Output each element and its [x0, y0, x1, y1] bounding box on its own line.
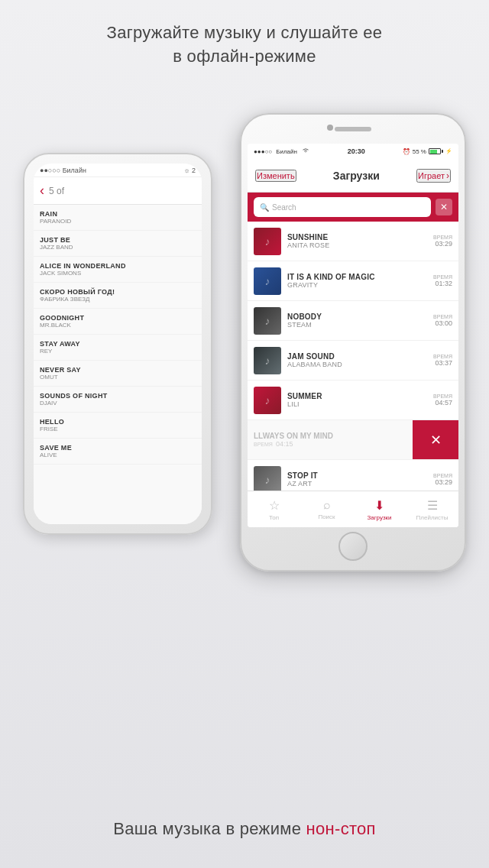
battery-pct: 55 %	[413, 148, 426, 155]
pb-carrier: ●●○○○ Билайн	[40, 167, 86, 174]
pb-list-item[interactable]: Alice in wonderlandJack Simons	[34, 257, 202, 283]
edit-button[interactable]: Изменить	[255, 170, 296, 182]
time-label: Время	[433, 314, 452, 319]
status-right: ⏰ 55 % ⚡	[403, 148, 452, 155]
song-info: Jam sound Alabama Band	[287, 352, 427, 368]
status-left: ●●●○○ Билайн	[254, 147, 310, 155]
tab-label: Плейлисты	[416, 514, 449, 521]
song-artist: Az art	[287, 480, 427, 487]
cancel-icon: ✕	[440, 202, 448, 212]
screen-title: Загрузки	[333, 170, 380, 182]
tab-поиск[interactable]: ⌕ Поиск	[300, 491, 353, 527]
song-title: Summer	[287, 392, 427, 400]
song-time: 01:32	[433, 280, 452, 287]
song-item[interactable]: ♪ Sunshine Anita Rose Время 03:29	[248, 222, 458, 261]
pb-list-item[interactable]: GoodnightMr.Black	[34, 309, 202, 335]
time-label: Время	[433, 235, 452, 240]
song-thumb: ♪	[254, 307, 281, 335]
song-artist: Alabama Band	[287, 361, 427, 368]
tab-загрузки[interactable]: ⬇ Загрузки	[353, 491, 406, 527]
song-list: ♪ Sunshine Anita Rose Время 03:29 ♪ It i…	[248, 222, 458, 506]
pb-list-item[interactable]: Never sayOmut	[34, 361, 202, 387]
song-info: Summer Lili	[287, 392, 427, 408]
song-artist: Steam	[287, 321, 427, 329]
tab-плейлисты[interactable]: ☰ Плейлисты	[406, 491, 458, 527]
swipe-time-label: Время	[254, 442, 273, 447]
pb-nav-title: 5 of	[49, 186, 64, 196]
footer-text: Ваша музыка в режиме нон-стоп	[0, 819, 489, 839]
pb-back-icon[interactable]: ‹	[40, 183, 44, 199]
pb-list-item[interactable]: HelloFrise	[34, 413, 202, 439]
song-artist: Anita Rose	[287, 241, 427, 249]
home-button[interactable]	[338, 532, 368, 561]
phone-back-screen: ●●○○○ Билайн ☼ 2 ‹ 5 of RainParanoidJust…	[34, 164, 202, 524]
song-artist: Lili	[287, 400, 427, 408]
header-line1: Загружайте музыку и слушайте ее	[0, 21, 489, 45]
pb-list-item[interactable]: Just beJazz Band	[34, 231, 202, 257]
swipe-delete-button[interactable]: ✕	[413, 420, 458, 459]
pb-navbar: ‹ 5 of	[34, 177, 202, 205]
footer-accent: нон-стоп	[306, 819, 376, 838]
footer-before: Ваша музыка в режиме	[113, 819, 306, 838]
tab-топ[interactable]: ☆ Топ	[248, 491, 300, 527]
song-duration: Время 03:37	[433, 354, 452, 367]
pb-list-item[interactable]: Sounds of nightDjaiv	[34, 387, 202, 413]
song-item[interactable]: ♪ Summer Lili Время 04:57	[248, 381, 458, 420]
swipe-row[interactable]: llways on my mind Время 04:15 ✕	[248, 420, 458, 460]
tab-icon: ⌕	[323, 498, 331, 512]
song-title: Jam sound	[287, 352, 427, 361]
tab-bar: ☆ Топ ⌕ Поиск ⬇ Загрузки ☰ Плейлисты	[248, 491, 458, 527]
song-time: 03:00	[433, 319, 452, 327]
song-time: 03:37	[433, 359, 452, 367]
search-cancel-button[interactable]: ✕	[436, 199, 452, 215]
pb-list-item[interactable]: Скоро Новый Год!Фабрика Звезд	[34, 283, 202, 309]
playing-label: Играет	[418, 171, 445, 180]
chevron-right-icon: ›	[446, 170, 449, 181]
phone-speaker	[335, 127, 371, 131]
song-item[interactable]: ♪ Jam sound Alabama Band Время 03:37	[248, 341, 458, 381]
wifi-icon	[301, 147, 310, 155]
song-item[interactable]: ♪ It is a kind of magic Gravity Время 01…	[248, 261, 458, 301]
tab-icon: ☆	[269, 498, 280, 513]
search-input-wrap[interactable]: 🔍 Search	[254, 197, 431, 217]
song-duration: Время 01:32	[433, 274, 452, 287]
phone-front: ●●●○○ Билайн 20:30 ⏰ 55 % ⚡	[240, 113, 466, 572]
song-time: 03:29	[433, 240, 452, 248]
time-label: Время	[433, 473, 452, 478]
phone-camera	[327, 125, 333, 131]
song-info: Sunshine Anita Rose	[287, 233, 427, 249]
alarm-icon: ⏰	[403, 148, 410, 155]
tab-icon: ⬇	[374, 498, 384, 513]
screen-navbar: Изменить Загрузки Играет ›	[248, 159, 458, 193]
song-item[interactable]: ♪ Nobody Steam Время 03:00	[248, 301, 458, 341]
song-title: Nobody	[287, 313, 427, 321]
tab-label: Поиск	[318, 513, 335, 520]
phone-back-inner: ●●○○○ Билайн ☼ 2 ‹ 5 of RainParanoidJust…	[34, 164, 202, 524]
song-title: Stop it	[287, 471, 427, 480]
pb-list-item[interactable]: Save meAlive	[34, 439, 202, 465]
tab-label: Топ	[269, 514, 279, 521]
song-thumb: ♪	[254, 267, 281, 295]
pb-time: ☼ 2	[183, 167, 196, 174]
playing-button[interactable]: Играет ›	[416, 169, 451, 183]
song-duration: Время 03:29	[433, 235, 452, 248]
song-artist: Gravity	[287, 281, 427, 289]
pb-list-item[interactable]: Stay awayRey	[34, 335, 202, 361]
header-line2: в офлайн-режиме	[0, 45, 489, 69]
time-label: Время	[433, 274, 452, 280]
pb-list-item[interactable]: RainParanoid	[34, 205, 202, 231]
delete-icon: ✕	[430, 432, 442, 449]
signal-dots: ●●●○○	[254, 148, 272, 155]
song-title: Sunshine	[287, 233, 427, 241]
carrier-name: Билайн	[276, 148, 297, 155]
swipe-time: 04:15	[276, 440, 293, 448]
phone-back: ●●○○○ Билайн ☼ 2 ‹ 5 of RainParanoidJust…	[23, 153, 212, 535]
pb-song-list: RainParanoidJust beJazz BandAlice in won…	[34, 205, 202, 524]
song-duration: Время 04:57	[433, 394, 452, 406]
header-text: Загружайте музыку и слушайте ее в офлайн…	[0, 21, 489, 69]
status-bar: ●●●○○ Билайн 20:30 ⏰ 55 % ⚡	[248, 144, 458, 159]
song-duration: Время 03:00	[433, 314, 452, 327]
time-label: Время	[433, 394, 452, 399]
song-time: 03:29	[433, 478, 452, 486]
song-duration: Время 03:29	[433, 473, 452, 486]
